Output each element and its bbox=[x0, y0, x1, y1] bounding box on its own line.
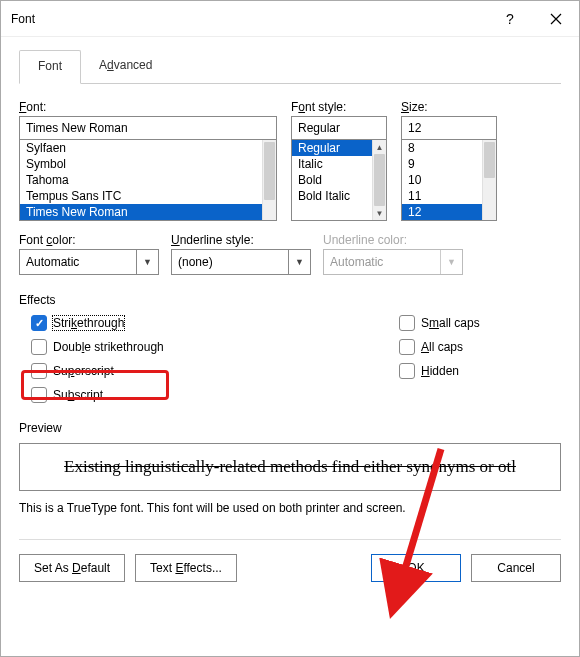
preview-box: Existing linguistically-related methods … bbox=[19, 443, 561, 491]
list-item[interactable]: Bold Italic bbox=[292, 188, 372, 204]
checkbox-all-caps[interactable]: All caps bbox=[399, 339, 480, 355]
set-as-default-button[interactable]: Set As Default bbox=[19, 554, 125, 582]
underline-color-label: Underline color: bbox=[323, 233, 463, 247]
list-item[interactable]: Italic bbox=[292, 156, 372, 172]
window-title: Font bbox=[11, 12, 35, 26]
underline-style-combo[interactable]: (none) ▼ bbox=[171, 249, 311, 275]
font-style-input[interactable] bbox=[291, 116, 387, 140]
checkbox-all-caps-label: All caps bbox=[421, 340, 463, 354]
tab-advanced-label: Advanced bbox=[99, 58, 152, 72]
checkbox-small-caps[interactable]: Small caps bbox=[399, 315, 480, 331]
size-input[interactable] bbox=[401, 116, 497, 140]
tab-bar: Font Advanced bbox=[19, 49, 561, 84]
help-button[interactable]: ? bbox=[487, 1, 533, 37]
checkmark-icon: ✓ bbox=[31, 315, 47, 331]
checkbox-small-caps-label: Small caps bbox=[421, 316, 480, 330]
checkbox-double-strikethrough[interactable]: Double strikethrough bbox=[31, 339, 399, 355]
ok-button-label: OK bbox=[407, 561, 424, 575]
checkbox-strikethrough[interactable]: ✓ Strikethrough bbox=[31, 315, 399, 331]
font-style-listbox[interactable]: RegularItalicBoldBold Italic ▲ ▼ bbox=[291, 139, 387, 221]
font-style-label: Font style: bbox=[291, 100, 387, 114]
font-scrollbar[interactable] bbox=[262, 140, 276, 220]
chevron-down-icon: ▼ bbox=[288, 250, 310, 274]
tab-font-label: Font bbox=[38, 59, 62, 73]
font-dialog: Font ? Font Advanced Font: SylfaenSymbol… bbox=[0, 0, 580, 657]
preview-text: Existing linguistically-related methods … bbox=[64, 457, 516, 477]
list-item[interactable]: 9 bbox=[402, 156, 482, 172]
preview-label: Preview bbox=[19, 421, 561, 435]
font-color-label: Font color: bbox=[19, 233, 159, 247]
close-button[interactable] bbox=[533, 1, 579, 37]
close-icon bbox=[550, 13, 562, 25]
underline-style-label: Underline style: bbox=[171, 233, 311, 247]
font-color-value: Automatic bbox=[26, 255, 79, 269]
list-item[interactable]: Tahoma bbox=[20, 172, 262, 188]
checkbox-subscript-label: Subscript bbox=[53, 388, 103, 402]
list-item[interactable]: Symbol bbox=[20, 156, 262, 172]
size-listbox[interactable]: 89101112 bbox=[401, 139, 497, 221]
size-label: Size: bbox=[401, 100, 497, 114]
font-label: Font: bbox=[19, 100, 277, 114]
list-item[interactable]: 10 bbox=[402, 172, 482, 188]
size-scrollbar[interactable] bbox=[482, 140, 496, 220]
list-item[interactable]: Regular bbox=[292, 140, 372, 156]
checkbox-superscript-label: Superscript bbox=[53, 364, 114, 378]
effects-group-label: Effects bbox=[19, 293, 561, 307]
arrow-up-icon[interactable]: ▲ bbox=[373, 140, 386, 154]
checkbox-hidden[interactable]: Hidden bbox=[399, 363, 480, 379]
checkbox-strikethrough-label: Strikethrough bbox=[53, 316, 124, 330]
style-scrollbar[interactable]: ▲ ▼ bbox=[372, 140, 386, 220]
list-item[interactable]: Times New Roman bbox=[20, 204, 262, 220]
font-listbox[interactable]: SylfaenSymbolTahomaTempus Sans ITCTimes … bbox=[19, 139, 277, 221]
list-item[interactable]: Tempus Sans ITC bbox=[20, 188, 262, 204]
tab-advanced[interactable]: Advanced bbox=[81, 50, 170, 84]
chevron-down-icon: ▼ bbox=[136, 250, 158, 274]
chevron-down-icon: ▼ bbox=[440, 250, 462, 274]
checkbox-subscript[interactable]: Subscript bbox=[31, 387, 399, 403]
preview-description: This is a TrueType font. This font will … bbox=[19, 501, 561, 515]
text-effects-button[interactable]: Text Effects... bbox=[135, 554, 237, 582]
tab-font[interactable]: Font bbox=[19, 50, 81, 84]
underline-color-combo: Automatic ▼ bbox=[323, 249, 463, 275]
underline-color-value: Automatic bbox=[330, 255, 383, 269]
font-color-combo[interactable]: Automatic ▼ bbox=[19, 249, 159, 275]
checkbox-superscript[interactable]: Superscript bbox=[31, 363, 399, 379]
titlebar: Font ? bbox=[1, 1, 579, 37]
list-item[interactable]: Sylfaen bbox=[20, 140, 262, 156]
checkbox-hidden-label: Hidden bbox=[421, 364, 459, 378]
font-input[interactable] bbox=[19, 116, 277, 140]
cancel-button[interactable]: Cancel bbox=[471, 554, 561, 582]
ok-button[interactable]: OK bbox=[371, 554, 461, 582]
cancel-button-label: Cancel bbox=[497, 561, 534, 575]
list-item[interactable]: 12 bbox=[402, 204, 482, 220]
list-item[interactable]: 11 bbox=[402, 188, 482, 204]
list-item[interactable]: 8 bbox=[402, 140, 482, 156]
arrow-down-icon[interactable]: ▼ bbox=[373, 206, 386, 220]
list-item[interactable]: Bold bbox=[292, 172, 372, 188]
checkbox-double-strikethrough-label: Double strikethrough bbox=[53, 340, 164, 354]
underline-style-value: (none) bbox=[178, 255, 213, 269]
